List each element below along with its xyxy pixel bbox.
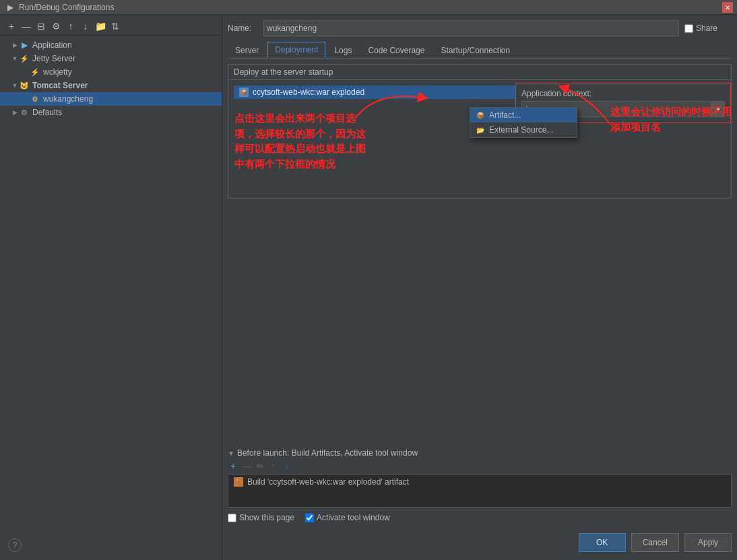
- sidebar-toolbar: + — ⊟ ⚙ ↑ ↓ 📁 ⇅: [0, 18, 222, 36]
- bl-remove-button[interactable]: —: [241, 460, 252, 471]
- deploy-item-icon: 📦: [239, 88, 249, 97]
- external-source-icon: 📂: [476, 125, 485, 135]
- bl-edit-button[interactable]: ✏: [255, 460, 265, 471]
- show-page-label: Show this page: [239, 513, 294, 522]
- sort-button[interactable]: ⇅: [109, 20, 121, 32]
- tab-deployment[interactable]: Deployment: [267, 42, 325, 58]
- ok-button[interactable]: OK: [579, 533, 626, 552]
- activate-tool-window-label: Activate tool window: [317, 513, 390, 522]
- sidebar-item-jetty-server[interactable]: ▼ ⚡ Jetty Server: [0, 52, 222, 65]
- before-launch-title: Before launch: Build Artifacts, Activate…: [237, 448, 418, 458]
- sidebar-item-label-tomcat: Tomcat Server: [32, 81, 88, 90]
- tree-arrow-jetty: ▼: [11, 55, 19, 62]
- tab-startup-connection[interactable]: Startup/Connection: [433, 42, 517, 58]
- add-config-button[interactable]: +: [5, 20, 18, 32]
- settings-button[interactable]: ⚙: [50, 20, 62, 32]
- application-icon: ▶: [19, 40, 30, 50]
- name-row: Name: Share: [228, 20, 732, 36]
- wukangcheng-icon: ⚙: [30, 94, 40, 104]
- share-checkbox[interactable]: [684, 24, 693, 33]
- content-panel: Name: Share Server Deployment Logs Code …: [222, 15, 737, 560]
- share-label: Share: [696, 24, 717, 33]
- app-context-label: Application context:: [521, 89, 725, 98]
- move-down-button[interactable]: ↓: [79, 20, 92, 32]
- share-area: Share: [684, 24, 732, 33]
- bl-down-button[interactable]: ↓: [282, 460, 292, 471]
- artifact-label: Artifact...: [489, 110, 521, 120]
- dropdown-menu: 📦 Artifact... 📂 External Source...: [470, 107, 577, 138]
- sidebar-item-label-defaults: Defaults: [32, 108, 62, 117]
- help-button[interactable]: ?: [8, 538, 22, 552]
- wckjetty-icon: ⚡: [30, 67, 40, 77]
- name-input[interactable]: [263, 20, 679, 36]
- folder-button[interactable]: 📁: [94, 20, 106, 32]
- sidebar-item-defaults[interactable]: ▶ ⚙ Defaults: [0, 106, 222, 119]
- remove-config-button[interactable]: —: [20, 20, 32, 32]
- external-source-label: External Source...: [489, 125, 553, 135]
- tree-arrow-tomcat: ▼: [11, 82, 19, 89]
- tab-code-coverage[interactable]: Code Coverage: [360, 42, 432, 58]
- deploy-item-label: ccytsoft-web-wkc:war exploded: [253, 88, 364, 97]
- jetty-icon: ⚡: [19, 53, 30, 64]
- tree-arrow-defaults: ▶: [11, 109, 19, 116]
- sidebar-item-label-wukangcheng: wukangcheng: [43, 94, 93, 104]
- tomcat-icon: 🐱: [19, 80, 30, 91]
- deploy-list-area: 📦 ccytsoft-web-wkc:war exploded + Applic…: [228, 80, 731, 104]
- show-page-row: Show this page: [228, 513, 294, 522]
- title-bar-icon: ▶: [5, 3, 15, 12]
- deploy-section: Deploy at the server startup 📦 ccytsoft-…: [228, 64, 732, 199]
- dropdown-menu-item-artifact[interactable]: 📦 Artifact...: [470, 108, 577, 123]
- sidebar-item-tomcat-server[interactable]: ▼ 🐱 Tomcat Server: [0, 79, 222, 92]
- dialog-buttons: OK Cancel Apply: [228, 528, 732, 555]
- title-bar: ▶ Run/Debug Configurations ✕: [0, 0, 737, 15]
- bl-item: 🔨 Build 'ccytsoft-web-wkc:war exploded' …: [234, 477, 726, 487]
- activate-tool-window-checkbox[interactable]: [305, 514, 314, 522]
- bl-add-button[interactable]: +: [228, 460, 238, 471]
- bottom-options: Show this page Activate tool window: [228, 508, 732, 528]
- sidebar-item-label-application: Application: [32, 40, 72, 50]
- before-launch-section: ▼ Before launch: Build Artifacts, Activa…: [228, 448, 732, 508]
- tree-arrow-application: ▶: [11, 42, 19, 48]
- name-label: Name:: [228, 24, 258, 33]
- before-launch-list: 🔨 Build 'ccytsoft-web-wkc:war exploded' …: [228, 474, 732, 508]
- deploy-section-wrapper: Deploy at the server startup 📦 ccytsoft-…: [228, 64, 732, 443]
- artifact-icon: 📦: [476, 110, 485, 120]
- move-up-button[interactable]: ↑: [65, 20, 77, 32]
- before-launch-header: ▼ Before launch: Build Artifacts, Activa…: [228, 448, 732, 458]
- cancel-button[interactable]: Cancel: [631, 533, 679, 552]
- copy-config-button[interactable]: ⊟: [35, 20, 47, 32]
- activate-tool-window-row: Activate tool window: [305, 513, 390, 522]
- before-launch-toolbar: + — ✏ ↑ ↓: [228, 460, 732, 471]
- bl-up-button[interactable]: ↑: [268, 460, 279, 471]
- apply-button[interactable]: Apply: [684, 533, 732, 552]
- bl-item-icon: 🔨: [234, 477, 243, 487]
- dropdown-menu-item-external-source[interactable]: 📂 External Source...: [470, 123, 577, 137]
- defaults-icon: ⚙: [19, 107, 30, 118]
- deploy-header: Deploy at the server startup: [228, 65, 731, 80]
- tab-logs[interactable]: Logs: [327, 42, 359, 58]
- before-launch-arrow-icon: ▼: [228, 450, 234, 457]
- close-button[interactable]: ✕: [722, 2, 733, 13]
- tab-server[interactable]: Server: [228, 42, 266, 58]
- sidebar-item-wckjetty[interactable]: ⚡ wckjetty: [0, 65, 222, 79]
- sidebar: + — ⊟ ⚙ ↑ ↓ 📁 ⇅ ▶ ▶ Application ▼ ⚡ Jett…: [0, 15, 222, 560]
- sidebar-item-application[interactable]: ▶ ▶ Application: [0, 38, 222, 52]
- show-page-checkbox[interactable]: [228, 514, 236, 522]
- app-context-dropdown-button[interactable]: ▼: [711, 101, 725, 117]
- sidebar-item-label-jetty: Jetty Server: [32, 54, 75, 63]
- bl-item-label: Build 'ccytsoft-web-wkc:war exploded' ar…: [247, 477, 409, 487]
- main-container: + — ⊟ ⚙ ↑ ↓ 📁 ⇅ ▶ ▶ Application ▼ ⚡ Jett…: [0, 15, 737, 560]
- sidebar-item-wukangcheng[interactable]: ⚙ wukangcheng: [0, 92, 222, 106]
- window-title: Run/Debug Configurations: [19, 3, 732, 12]
- tabs-bar: Server Deployment Logs Code Coverage Sta…: [228, 42, 732, 59]
- sidebar-item-label-wckjetty: wckjetty: [43, 67, 72, 77]
